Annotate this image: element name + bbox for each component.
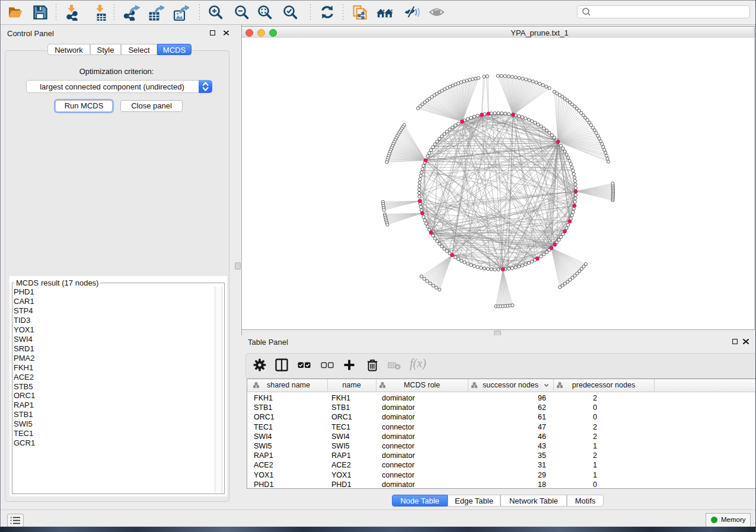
svg-text:f(x): f(x): [410, 357, 426, 370]
